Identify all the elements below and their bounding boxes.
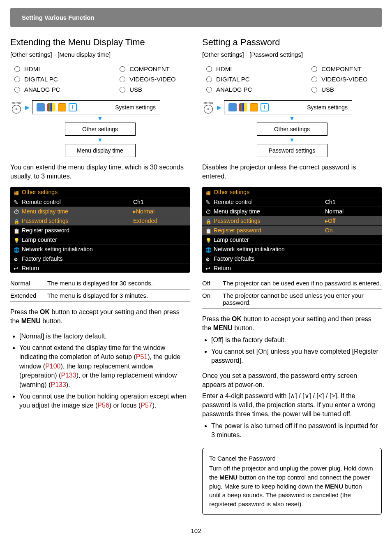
nav-step-2: Password settings: [257, 144, 327, 157]
radio-label: DIGITAL PC: [24, 76, 58, 83]
osd-row: Remote controlCh1: [10, 197, 190, 206]
osd-menu-screenshot: ▦Other settings Remote controlCh1 Menu d…: [202, 187, 382, 273]
input-hdmi: HDMI: [14, 65, 120, 72]
text-fragment: button.: [233, 324, 254, 331]
breadcrumb: [Other settings] - [Menu display time]: [10, 51, 190, 58]
input-source-list: HDMI COMPONENT DIGITAL PC VIDEO/S-VIDEO …: [14, 65, 190, 93]
input-video-svideo: VIDEO/S-VIDEO: [311, 76, 382, 83]
osd-row: Factory defaults: [202, 254, 382, 263]
radio-label: VIDEO/S-VIDEO: [129, 76, 176, 83]
nav-tab-label: System settings: [115, 104, 156, 111]
option-row: On The projector cannot be used unless y…: [202, 290, 382, 309]
menu-button-icon: MENU ≡: [202, 101, 214, 114]
nav-step-1: Other settings: [257, 123, 327, 136]
option-row: Off The projector can be used even if no…: [202, 277, 382, 290]
menu-circle-icon: ≡: [12, 105, 21, 114]
nav-icon-3: [58, 103, 66, 111]
input-source-list: HDMI COMPONENT DIGITAL PC VIDEO/S-VIDEO …: [206, 65, 382, 93]
radio-label: ANALOG PC: [24, 86, 60, 93]
chevron-right-icon: ▶: [25, 104, 30, 111]
radio-icon: [206, 87, 212, 93]
chevron-down-icon: ▼: [10, 115, 190, 122]
osd-row: Remote controlCh1: [202, 197, 382, 206]
section-header: Setting Various Function: [10, 8, 382, 27]
paragraph: Enter a 4-digit password with [∧] / [∨] …: [202, 392, 382, 419]
osd-row: Lamp counter: [202, 235, 382, 244]
notes-list: [Normal] is the factory default.You cann…: [10, 332, 190, 410]
network-icon: [205, 246, 211, 252]
options-table: Off The projector can be used even if no…: [202, 277, 382, 309]
input-video-svideo: VIDEO/S-VIDEO: [120, 76, 190, 83]
list-item: You cannot use the button holding operat…: [19, 392, 190, 410]
nav-icons-group: i: [37, 103, 77, 111]
paragraph: Once you set a password, the password en…: [202, 371, 382, 390]
nav-step-1: Other settings: [65, 123, 136, 136]
menu-button-ref: MENU: [325, 483, 343, 490]
option-desc: The projector cannot be used unless you …: [223, 292, 382, 306]
factory-icon: [14, 256, 19, 262]
osd-value: Extended: [133, 218, 187, 224]
osd-label: Password settings: [214, 218, 261, 224]
menu-button-ref: MENU: [219, 474, 238, 481]
radio-label: DIGITAL PC: [216, 76, 250, 83]
lock-icon: [14, 218, 19, 224]
options-table: Normal The menu is displayed for 30 seco…: [10, 277, 190, 302]
option-desc: The menu is displayed for 3 minutes.: [47, 292, 190, 299]
page-link[interactable]: P56: [97, 402, 109, 409]
left-heading: Extending the Menu Display Time: [10, 37, 190, 48]
nav-icons-group: i: [228, 103, 269, 111]
text-fragment: button.: [41, 317, 62, 324]
nav-icon-2: [47, 103, 55, 111]
osd-value: Ch1: [133, 199, 187, 205]
radio-label: COMPONENT: [321, 65, 362, 72]
option-desc: The projector can be used even if no pas…: [223, 280, 382, 287]
page-link[interactable]: P51: [136, 353, 148, 360]
list-item: [Off] is the factory default.: [211, 336, 382, 345]
chevron-down-icon: ▼: [10, 137, 190, 143]
nav-icon-2: [239, 103, 247, 111]
info-icon: i: [261, 103, 269, 111]
nav-icon-1: [228, 103, 237, 111]
menu-circle-icon: ≡: [204, 105, 213, 114]
info-icon: i: [69, 103, 77, 111]
osd-value: Ch1: [325, 199, 378, 205]
page-link[interactable]: P57: [141, 402, 152, 409]
right-heading: Setting a Password: [202, 37, 382, 48]
option-name: On: [202, 292, 223, 306]
radio-label: USB: [321, 86, 334, 93]
radio-icon: [120, 87, 125, 93]
osd-label: Lamp counter: [214, 236, 249, 243]
chevron-down-icon: ▼: [202, 137, 382, 143]
osd-title: ▦Other settings: [202, 187, 382, 197]
osd-title-text: Other settings: [214, 189, 249, 195]
list-item: [Normal] is the factory default.: [19, 332, 190, 341]
page-link[interactable]: P133: [61, 372, 76, 379]
osd-value: ▸Off: [325, 218, 378, 224]
page-link[interactable]: P100: [45, 363, 60, 370]
osd-label: Remote control: [22, 199, 61, 205]
settings-icon: ▦: [14, 189, 19, 195]
input-usb: USB: [120, 86, 190, 93]
input-component: COMPONENT: [120, 65, 190, 72]
osd-row: Network setting initialization: [10, 244, 190, 254]
radio-icon: [120, 66, 125, 72]
radio-icon: [311, 87, 317, 93]
input-digital-pc: DIGITAL PC: [14, 76, 120, 83]
osd-row-highlighted: Password settings▸Off: [202, 216, 382, 225]
text-fragment: Press the: [202, 315, 232, 322]
list-item: The power is also turned off if no passw…: [211, 422, 382, 440]
return-icon: [205, 265, 211, 271]
osd-label: Lamp counter: [22, 236, 57, 243]
left-column: Extending the Menu Display Time [Other s…: [10, 37, 190, 515]
input-analog-pc: ANALOG PC: [14, 86, 120, 93]
osd-value: ▸Normal: [133, 208, 187, 215]
menu-nav-row: MENU ≡ ▶ i System settings: [10, 100, 190, 114]
register-icon: [205, 227, 211, 233]
input-hdmi: HDMI: [206, 65, 311, 72]
osd-row: Return: [202, 263, 382, 273]
page-link[interactable]: P133: [51, 381, 66, 388]
nav-tab-bar: i System settings: [224, 100, 352, 114]
osd-row-highlighted: Menu display time▸Normal: [10, 206, 190, 216]
osd-label: Password settings: [22, 218, 69, 224]
breadcrumb: [Other settings] - [Password settings]: [202, 51, 382, 58]
